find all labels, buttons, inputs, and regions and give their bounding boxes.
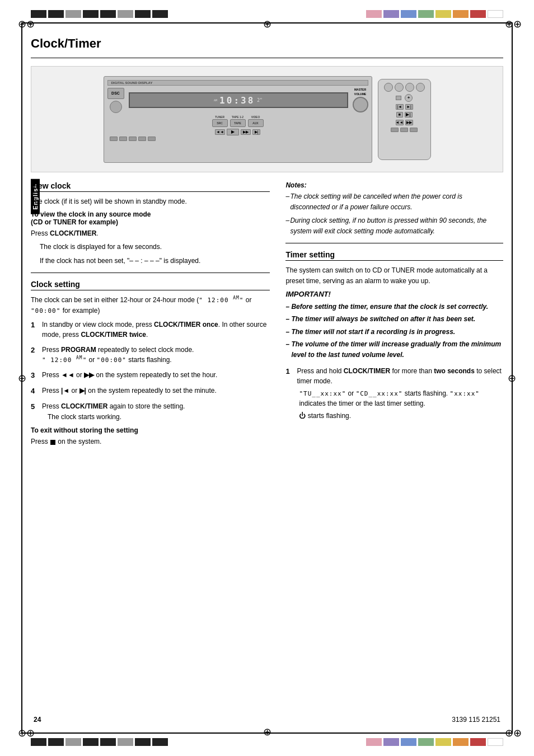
timer-step-1: 1 Press and hold CLOCK/TIMER for more th… [285,366,503,421]
device-image: DIGITAL SOUND DISPLAY DSC AM 10:38 [31,66,503,172]
important-label: IMPORTANT! [285,290,503,298]
crosshair-tl: ⊕ [18,18,29,29]
clock-setting-heading: Clock setting [31,280,270,290]
crosshair-bl: ⊕ [18,727,29,738]
view-clock-detail2: If the clock has not been set, "– – : – … [31,256,270,266]
clock-steps-list: 1 In standby or view clock mode, press C… [31,320,270,422]
note-item-2: During clock setting, if no button is pr… [285,215,503,236]
note-item-1: The clock setting will be cancelled when… [285,191,503,212]
clock-step-5: 5 Press CLOCK/TIMER again to store the s… [31,401,270,422]
notes-section: Notes: The clock setting will be cancell… [285,181,503,236]
clock-setting-intro: The clock can be set in either 12-hour o… [31,295,270,316]
strip-right [366,10,503,18]
clock-setting-section: Clock setting The clock can be set in ei… [31,280,270,447]
title-divider [31,58,503,58]
important-item-3: The timer will not start if a recording … [285,327,503,337]
view-clock-sub-heading: To view the clock in any source mode(CD … [31,210,270,226]
view-clock-detail1: The clock is displayed for a few seconds… [31,242,270,252]
crosshair-tr: ⊕ [505,18,516,29]
clock-step-3: 3 Press ◄◄ or ▶▶ on the system repeatedl… [31,370,270,381]
view-clock-instruction: Press CLOCK/TIMER. [31,228,270,239]
timer-setting-heading: Timer setting [285,250,503,261]
view-clock-intro: The clock (if it is set) will be shown i… [31,196,270,207]
main-content: Clock/Timer DIGITAL SOUND DISPLAY DSC [31,31,503,725]
crosshair-bot-mid: ⊕ [263,726,271,738]
timer-setting-section: Timer setting The system can switch on t… [285,250,503,421]
important-item-4: The volume of the timer will increase gr… [285,339,503,360]
page-title: Clock/Timer [31,36,503,51]
left-column: View clock The clock (if it is set) will… [31,181,270,450]
clock-step-4: 4 Press |◄ or ▶| on the system repeatedl… [31,386,270,397]
section-divider-2 [285,243,503,243]
view-clock-heading: View clock [31,181,270,192]
timer-steps-list: 1 Press and hold CLOCK/TIMER for more th… [285,366,503,421]
page-number: 24 [34,716,41,724]
doc-number: 3139 115 21251 [452,716,500,724]
strip-bottom-left [31,738,168,746]
right-column: Notes: The clock setting will be cancell… [285,181,503,450]
section-divider-1 [31,273,270,273]
notes-label: Notes: [285,181,503,189]
important-item-1: Before setting the timer, ensure that th… [285,302,503,312]
crosshair-mid-l: ⊕ [18,372,26,384]
crosshair-br: ⊕ [505,727,516,738]
important-item-2: The timer will always be switched on aft… [285,314,503,325]
clock-step-1: 1 In standby or view clock mode, press C… [31,320,270,340]
crosshair-mid-r: ⊕ [508,372,516,384]
text-columns: View clock The clock (if it is set) will… [31,181,503,450]
crosshair-top-mid: ⊕ [263,18,271,30]
view-clock-section: View clock The clock (if it is set) will… [31,181,270,266]
timer-setting-intro: The system can switch on to CD or TUNER … [285,265,503,286]
clock-step-2: 2 Press PROGRAM repeatedly to select clo… [31,345,270,365]
strip-bottom-right [366,738,503,746]
strip-left [31,10,168,18]
exit-instruction: Press on the system. [31,436,270,447]
exit-heading: To exit without storing the setting [31,426,270,434]
